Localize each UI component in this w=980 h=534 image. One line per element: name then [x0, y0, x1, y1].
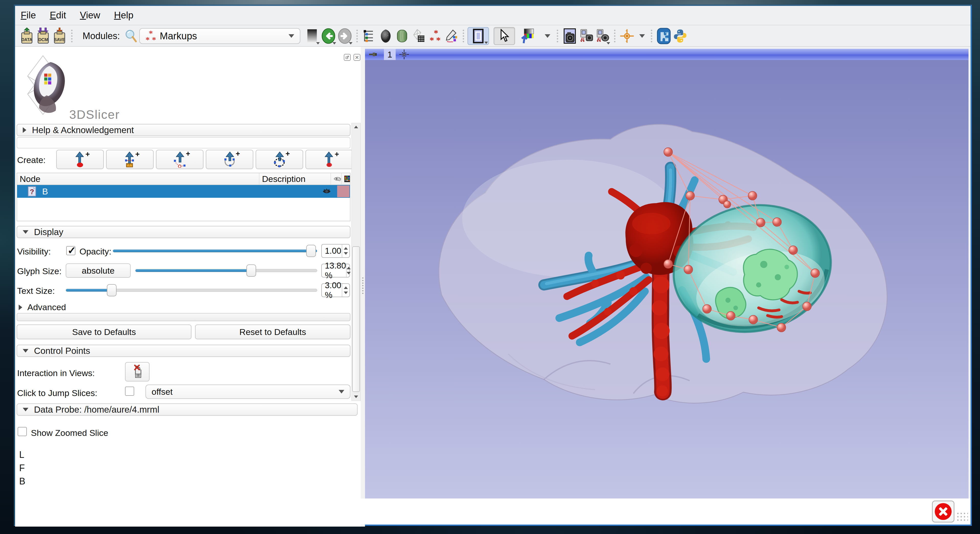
error-log-button[interactable] [932, 501, 955, 523]
scene-view-restore-button[interactable] [594, 27, 611, 45]
section-control-points[interactable]: Control Points [17, 345, 350, 357]
crosshair-button[interactable] [619, 27, 635, 45]
jump-mode-selector[interactable]: offset [145, 385, 350, 399]
modules-label: Modules: [83, 31, 120, 41]
chevron-down-icon[interactable] [639, 34, 645, 38]
toolbar-separator [613, 29, 617, 43]
node-visibility-eye-icon[interactable] [322, 188, 331, 195]
column-node[interactable]: Node [17, 173, 259, 184]
column-visibility[interactable] [331, 173, 342, 184]
help-collapsed-body [17, 137, 350, 148]
create-angle-button[interactable]: + [156, 150, 204, 169]
jump-mode-value: offset [151, 387, 335, 397]
scrollbar-thumb[interactable] [352, 246, 360, 392]
forward-button[interactable] [337, 27, 353, 45]
visibility-checkbox[interactable] [66, 246, 75, 255]
menu-bar: File Edit View Help [15, 6, 970, 25]
mouse-cursor-icon [498, 29, 510, 43]
reset-to-defaults-button[interactable]: Reset to Defaults [195, 324, 350, 339]
scroll-up-button[interactable] [352, 123, 360, 131]
save-to-defaults-button[interactable]: Save to Defaults [17, 324, 191, 339]
view-options-crosshair-icon[interactable] [399, 49, 409, 59]
section-data-probe[interactable]: Data Probe: /home/aure/4.mrml [17, 404, 358, 416]
click-to-jump-checkbox[interactable] [125, 386, 134, 396]
svg-text:+: + [285, 151, 290, 157]
menu-file[interactable]: File [21, 10, 36, 21]
panel-float-button[interactable] [344, 54, 351, 61]
back-button[interactable] [320, 27, 337, 45]
python-console-button[interactable] [672, 27, 688, 45]
volume-rendering-button[interactable] [377, 27, 394, 45]
pin-icon[interactable] [369, 51, 377, 58]
chevron-down-icon[interactable] [545, 34, 550, 38]
section-display[interactable]: Display [17, 226, 350, 238]
app-window: File Edit View Help DATA DCM SAVE Module… [14, 5, 972, 526]
glyph-size-spinbox[interactable]: 13.80 % [321, 264, 350, 278]
save-button[interactable]: SAVE [51, 27, 68, 45]
text-size-slider[interactable] [66, 289, 317, 292]
text-size-spinbox[interactable]: 3.00 % [321, 283, 350, 297]
create-closed-curve-button[interactable]: + [256, 150, 303, 169]
load-data-icon: DATA [19, 28, 35, 44]
advanced-section[interactable]: Advanced [19, 302, 66, 312]
load-data-button[interactable]: DATA [19, 27, 35, 45]
toolbar-separator [555, 29, 560, 43]
node-color-swatch[interactable] [337, 186, 349, 197]
glyph-size-mode-button[interactable]: absolute [66, 264, 130, 278]
screenshot-button[interactable] [562, 27, 578, 45]
markups-toolbar-button[interactable] [426, 27, 443, 45]
section-display-label: Display [34, 227, 64, 237]
resize-grip[interactable] [956, 512, 968, 523]
create-line-button[interactable]: + [106, 150, 154, 169]
slicer-logo-text: 3DSlicer [69, 108, 119, 122]
menu-edit[interactable]: Edit [50, 10, 66, 21]
markups-module-icon [145, 30, 156, 42]
create-point-list-button[interactable]: + [56, 150, 104, 169]
back-icon [321, 28, 336, 44]
column-color[interactable] [342, 173, 350, 184]
opacity-spinbox[interactable]: 1.00 [321, 244, 350, 258]
scene-view-capture-button[interactable] [578, 27, 594, 45]
create-plane-button[interactable]: + [305, 150, 353, 169]
subject-hierarchy-button[interactable] [361, 27, 377, 45]
window-level-icon [520, 28, 534, 44]
save-icon: SAVE [52, 28, 67, 44]
window-level-button[interactable] [519, 27, 536, 45]
axis-label-l: L [19, 450, 24, 460]
panel-scrollbar[interactable] [352, 123, 361, 401]
axis-label-b: B [19, 476, 25, 487]
column-description[interactable]: Description [259, 173, 331, 184]
scene-view-capture-icon [579, 29, 593, 44]
models-button[interactable] [394, 27, 410, 45]
status-strip [15, 499, 970, 524]
modules-selector[interactable]: Markups [139, 28, 300, 44]
svg-text:+: + [235, 151, 240, 157]
modules-selected: Markups [160, 31, 285, 41]
module-search-button[interactable] [123, 27, 139, 45]
chevron-right-icon [19, 305, 22, 310]
module-history-button[interactable] [304, 27, 320, 45]
panel-splitter[interactable] [361, 47, 365, 527]
extensions-manager-button[interactable] [655, 27, 672, 45]
annotations-button[interactable] [443, 27, 459, 45]
transforms-button[interactable] [410, 27, 426, 45]
markups-node-table: Node Description ? B [17, 173, 350, 221]
interaction-in-views-button[interactable] [125, 362, 150, 381]
show-zoomed-slice-checkbox[interactable] [18, 427, 27, 436]
markups-icon [428, 29, 442, 43]
load-dicom-button[interactable]: DCM [35, 27, 51, 45]
opacity-slider[interactable] [113, 250, 317, 253]
panel-close-button[interactable]: ✕ [353, 54, 360, 61]
3d-scene[interactable] [365, 60, 969, 499]
section-help[interactable]: Help & Acknowledgement [17, 124, 350, 136]
menu-help[interactable]: Help [114, 10, 134, 21]
scroll-down-button[interactable] [352, 393, 360, 400]
node-row-selected[interactable]: ? B [17, 185, 350, 198]
layout-selector-button[interactable] [468, 27, 489, 45]
view-3d-tab[interactable]: 1 [384, 49, 396, 60]
menu-view[interactable]: View [80, 10, 100, 21]
create-open-curve-button[interactable]: + [206, 150, 253, 169]
main-toolbar: DATA DCM SAVE Modules: Markups [15, 26, 970, 47]
glyph-size-slider[interactable] [135, 269, 317, 272]
mouse-interaction-button[interactable] [493, 27, 515, 45]
